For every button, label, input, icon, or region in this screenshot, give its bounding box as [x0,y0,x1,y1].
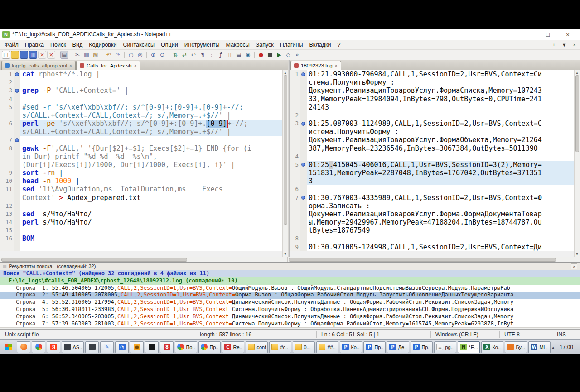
word-wrap-icon[interactable]: ↩ [189,51,198,59]
search-result-row[interactable]: Строка 1: 55:46.504005-172005,CALL,2,Ses… [0,285,580,292]
tray-chevron-icon[interactable]: ▴ [552,345,554,349]
doc-switcher-icon[interactable]: ▤ [235,51,243,59]
tab-close-icon[interactable]: × [134,63,137,68]
print-icon[interactable]: ▤ [60,51,68,59]
log-line[interactable]: 501:25.415045-406016,CALL,1,Usr=BVS,Sess… [290,161,574,169]
v-scrollbar-right[interactable]: ▴ ▾ [574,70,580,257]
menu-right-control[interactable]: + [552,42,555,48]
redo-icon[interactable]: ↷ [114,51,122,59]
log-line[interactable]: 901:30.971005-124998,CALL,1,SessionID=2,… [290,243,574,251]
taskbar-item[interactable] [17,341,30,353]
log-line[interactable]: 101:21.993000-796984,CALL,1,SessionID=2,… [290,70,574,78]
code-line[interactable]: 11sed '1i\AvgDuration,ms TotalDuration,m… [0,185,282,193]
scroll-thumb[interactable] [289,258,556,262]
search-result-row[interactable]: Строка 5: 56:30.918011-233983,CALL,2,Ses… [0,306,580,313]
search-h-scrollbar[interactable]: ◂ ▸ [0,327,580,329]
editor-tab[interactable]: Calls_for_Apdex.sh× [76,61,140,70]
scroll-thumb[interactable] [575,75,579,152]
status-encoding[interactable]: UTF-8 [500,331,552,338]
save-all-icon[interactable]: ▥ [29,51,37,59]
code-line[interactable]: 12 [0,202,282,210]
taskbar-item[interactable]: ● [130,341,144,353]
search-result-row[interactable]: Строка 6: 56:52.340005-203005,CALL,2,Ses… [0,313,580,320]
log-line[interactable]: 24143 [290,103,574,111]
save-icon[interactable] [20,51,28,59]
log-line[interactable]: 701:30.767003-4335989,CALL,1,SessionID=2… [290,194,574,202]
menu-item[interactable]: ? [334,41,343,49]
sync-horizontal-icon[interactable]: ⇄ [180,51,188,59]
show-all-chars-icon[interactable]: ¶ [198,51,207,59]
taskbar-clock[interactable]: 17:00 [558,344,575,350]
code-line[interactable]: 14perl s/Что/НаЧто/ [0,218,282,226]
taskbar-item[interactable]: 0... [293,341,315,353]
tab-close-icon[interactable]: × [69,63,72,68]
taskbar-item[interactable]: conf [246,341,268,353]
code-line[interactable]: 6perl -pe 's/\xef\xbb\xbf//; s/^[0-9]+:[… [0,120,282,128]
macro-play-icon[interactable]: ▶ [275,51,283,59]
menu-item[interactable]: Файл [1,41,22,49]
scroll-up-icon[interactable]: ▴ [575,70,580,75]
menu-item[interactable]: Инструменты [181,41,223,49]
code-line[interactable]: s/CALL.+Context=/CALL,Context=/; s/,Memo… [0,111,282,120]
indent-guide-icon[interactable]: ⋮ [208,51,216,59]
search-result-row[interactable]: Строка 7: 57:39.663003-281003,CALL,2,Ses… [0,320,580,328]
code-line[interactable]: 13sed s/Что/НаЧто/ [0,210,282,218]
menu-item[interactable]: Опции [158,41,181,49]
taskbar-item[interactable]: ##... [316,341,338,353]
code-line[interactable]: (Dur[i]/Execs[i])/1000, Dur[i]/1000, Exe… [0,161,282,169]
undo-icon[interactable]: ↶ [105,51,113,59]
search-result-file[interactable]: E:\1c_logs\#calls_FOR_APDEX\rphost_12648… [0,277,580,285]
taskbar-item[interactable]: N*E... [458,341,480,353]
close-doc-icon[interactable]: × [38,51,46,59]
code-line[interactable]: 1cat rphost*/*.log | [0,70,282,78]
find-icon[interactable]: ○ [127,51,135,59]
code-line[interactable]: in Dur) printf "%d %d %d %s\n", [0,153,282,161]
log-line[interactable]: 3 [290,177,574,185]
h-scrollbar-right[interactable] [288,257,580,262]
maximize-button[interactable]: □ [538,29,558,39]
new-file-icon[interactable]: □ [2,51,10,59]
scroll-thumb[interactable] [284,75,287,225]
right-editor[interactable]: 101:21.993000-796984,CALL,1,SessionID=2,… [290,70,574,251]
log-line[interactable]: ы,Memory=29429967,MemoryPeak=47188204,In… [290,218,574,226]
taskbar-item[interactable]: AS... [62,341,84,353]
taskbar-item[interactable] [32,341,45,353]
macro-record-icon[interactable]: ● [257,51,265,59]
search-result-row[interactable]: Строка 4: 55:52.316005-217994,CALL,2,Ses… [0,299,580,306]
log-line[interactable]: 151831,MemoryPeak=2287048,InBytes=176704… [290,169,574,177]
code-line[interactable]: 4 [0,95,282,103]
cut-icon[interactable]: ✂ [73,51,82,59]
scroll-down-icon[interactable]: ▾ [283,252,288,257]
log-line[interactable]: истема.ПолучитьФорму : [290,128,574,136]
copy-icon[interactable]: ▥ [82,51,91,59]
taskbar-item[interactable]: 8 [160,341,174,353]
status-insert-mode[interactable]: INS [552,331,580,338]
log-line[interactable]: 2 [290,111,574,120]
log-line[interactable]: Документ.РеализацияТоваровУслуг.ФормаОбъ… [290,136,574,144]
taskbar-item[interactable]: РДе... [387,341,409,353]
zoom-in-icon[interactable]: ⊕ [149,51,157,59]
code-line[interactable]: Context' > Apdex_prepared.txt [0,194,282,202]
menu-item[interactable]: Синтаксисы [120,41,158,49]
menu-right-control[interactable]: × [573,42,576,48]
scroll-up-icon[interactable]: ▴ [283,70,288,75]
taskbar-item[interactable]: #c... [269,341,291,353]
taskbar-item[interactable]: Я [47,341,60,353]
scroll-right-icon[interactable]: ▸ [573,328,580,329]
left-editor[interactable]: 1cat rphost*/*.log |23grep -P 'CALL.+Con… [0,70,282,251]
scroll-thumb[interactable] [8,329,221,329]
taskbar-item[interactable]: CRe... [222,341,244,353]
status-eol[interactable]: Windows (CR LF) [431,331,500,338]
taskbar-item[interactable] [145,341,159,353]
log-line[interactable]: Документ.РеализацияТоваровУслуг.Форма.Фо… [290,210,574,218]
code-line[interactable]: 15 [0,226,282,234]
taskbar-item[interactable] [85,341,99,353]
taskbar-item[interactable]: ≡pg... [434,341,456,353]
log-line[interactable]: 301:25.087003-1124989,CALL,1,SessionID=2… [290,120,574,128]
scroll-down-icon[interactable]: ▾ [575,252,580,257]
zoom-out-icon[interactable]: ⊖ [158,51,166,59]
taskbar-item[interactable]: Бу... [505,341,527,353]
log-line[interactable]: 387,MemoryPeak=23236546,InBytes=3067384,… [290,144,574,153]
taskbar-item[interactable]: РКо... [340,341,362,353]
menu-item[interactable]: Вид [69,41,86,49]
